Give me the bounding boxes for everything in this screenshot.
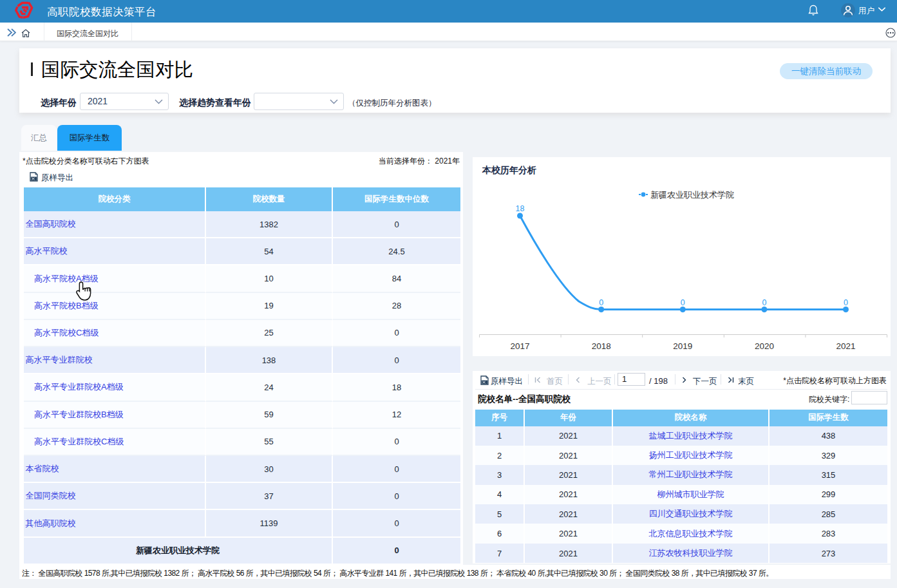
svg-text:18: 18 — [516, 204, 525, 213]
svg-text:2020: 2020 — [755, 341, 774, 351]
svg-text:2019: 2019 — [673, 341, 692, 351]
svg-text:0: 0 — [681, 298, 685, 307]
svg-text:2018: 2018 — [592, 341, 611, 351]
svg-text:2017: 2017 — [510, 341, 529, 351]
svg-text:0: 0 — [599, 298, 603, 307]
svg-text:0: 0 — [844, 298, 848, 307]
svg-text:2021: 2021 — [836, 341, 855, 351]
svg-text:0: 0 — [762, 298, 766, 307]
